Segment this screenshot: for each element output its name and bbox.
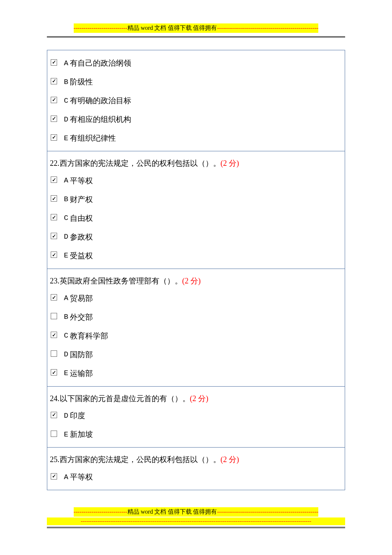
banner-text-mid: 文档 值得下载 值得拥有	[154, 25, 217, 31]
option-row: D国防部	[50, 345, 342, 364]
question-header: 22.西方国家的宪法规定，公民的权利包括以（）。(2 分)	[50, 155, 342, 171]
question-number: 25.	[50, 455, 60, 464]
question-text: 西方国家的宪法规定，公民的权利包括以（）。	[60, 159, 221, 168]
checkbox[interactable]	[51, 332, 57, 338]
question-cell: A有自己的政治纲领B阶级性C有明确的政治目标D有相应的组织机构E有组织纪律性	[47, 50, 345, 151]
header-rule	[47, 36, 345, 38]
question-header: 23.英国政府全国性政务管理部有（）。(2 分)	[50, 272, 342, 289]
question-cell: 22.西方国家的宪法规定，公民的权利包括以（）。(2 分)A平等权B财产权C自由…	[47, 151, 345, 269]
banner-text-word: word	[139, 25, 155, 31]
banner-text-pre: 精品	[127, 25, 139, 31]
footer-dashes-before: ---------------------------	[74, 509, 127, 515]
banner-dashes-after: ----------------------------------------…	[217, 25, 318, 31]
question-points: (2 分)	[190, 394, 209, 403]
checkbox[interactable]	[51, 134, 57, 141]
footer-text-pre: 精品	[127, 509, 139, 515]
checkbox[interactable]	[51, 233, 57, 239]
option-letter: C	[64, 97, 68, 105]
option-label: 平等权	[70, 472, 93, 482]
option-row: A平等权	[50, 468, 342, 486]
option-label: 贸易部	[70, 293, 93, 304]
option-row: E有组织纪律性	[50, 129, 342, 147]
checkbox[interactable]	[51, 294, 57, 301]
footer-text-word: word	[139, 509, 155, 515]
option-label: 有相应的组织机构	[70, 114, 131, 124]
option-row: D印度	[50, 406, 342, 425]
checkbox[interactable]	[51, 214, 57, 220]
checkbox[interactable]	[51, 97, 57, 103]
question-number: 24.	[50, 394, 60, 403]
option-row: D有相应的组织机构	[50, 110, 342, 129]
footer-dashes-after: ----------------------------------------…	[217, 509, 318, 515]
option-row: B外交部	[50, 308, 342, 327]
banner-dashes-before: ---------------------------	[74, 25, 127, 31]
option-label: 受益权	[70, 251, 93, 261]
question-text: 以下国家的元首是虚位元首的有（）。	[60, 394, 190, 403]
option-letter: D	[64, 350, 68, 358]
option-row: A有自己的政治纲领	[50, 54, 342, 72]
option-row: C自由权	[50, 209, 342, 228]
option-label: 运输部	[70, 368, 93, 379]
question-table: A有自己的政治纲领B阶级性C有明确的政治目标D有相应的组织机构E有组织纪律性22…	[47, 50, 345, 490]
option-letter: B	[64, 195, 68, 203]
option-letter: E	[64, 369, 68, 377]
option-row: A平等权	[50, 171, 342, 190]
checkbox[interactable]	[51, 473, 57, 480]
checkbox[interactable]	[51, 176, 57, 183]
option-letter: B	[64, 313, 68, 321]
question-text: 西方国家的宪法规定，公民的权利包括以（）。	[60, 455, 221, 464]
option-label: 平等权	[70, 176, 93, 186]
option-letter: C	[64, 214, 68, 222]
checkbox[interactable]	[51, 412, 57, 418]
option-label: 有明确的政治目标	[70, 95, 131, 106]
option-row: E新加坡	[50, 425, 342, 444]
footer-banner: ---------------------------精品 word 文档 值得…	[47, 507, 345, 525]
question-cell: 25.西方国家的宪法规定，公民的权利包括以（）。(2 分)A平等权	[47, 448, 345, 490]
checkbox[interactable]	[51, 116, 57, 122]
option-letter: C	[64, 332, 68, 340]
option-label: 国防部	[70, 350, 93, 360]
option-letter: A	[64, 294, 68, 302]
option-label: 外交部	[70, 312, 93, 322]
checkbox[interactable]	[51, 350, 57, 357]
option-row: D参政权	[50, 228, 342, 246]
option-letter: D	[64, 233, 68, 241]
option-label: 有自己的政治纲领	[70, 58, 131, 68]
option-row: A贸易部	[50, 289, 342, 308]
option-letter: A	[64, 59, 68, 67]
question-number: 23.	[50, 277, 60, 285]
option-row: E运输部	[50, 364, 342, 383]
checkbox[interactable]	[51, 369, 57, 376]
question-number: 22.	[50, 159, 60, 168]
question-cell: 24.以下国家的元首是虚位元首的有（）。(2 分)D印度E新加坡	[47, 386, 345, 448]
option-letter: E	[64, 431, 68, 439]
option-letter: D	[64, 412, 68, 420]
question-points: (2 分)	[182, 277, 201, 285]
checkbox[interactable]	[51, 59, 57, 66]
option-label: 阶级性	[70, 77, 93, 87]
option-letter: E	[64, 251, 68, 260]
checkbox[interactable]	[51, 195, 57, 202]
header-banner: ---------------------------精品 word 文档 值得…	[47, 23, 345, 33]
option-row: B财产权	[50, 190, 342, 209]
question-points: (2 分)	[221, 159, 239, 168]
option-label: 财产权	[70, 194, 93, 205]
checkbox[interactable]	[51, 313, 57, 319]
option-label: 参政权	[70, 232, 93, 242]
footer-rule	[47, 527, 345, 529]
option-row: E受益权	[50, 246, 342, 265]
question-header: 24.以下国家的元首是虚位元首的有（）。(2 分)	[50, 390, 342, 407]
content: A有自己的政治纲领B阶级性C有明确的政治目标D有相应的组织机构E有组织纪律性22…	[47, 50, 345, 490]
option-row: B阶级性	[50, 72, 342, 91]
question-header: 25.西方国家的宪法规定，公民的权利包括以（）。(2 分)	[50, 451, 342, 468]
footer-line2: ----------------------------------------…	[47, 517, 345, 525]
checkbox[interactable]	[51, 78, 57, 84]
checkbox[interactable]	[51, 251, 57, 258]
option-row: C教育科学部	[50, 327, 342, 345]
question-text: 英国政府全国性政务管理部有（）。	[60, 277, 182, 285]
checkbox[interactable]	[51, 431, 57, 437]
option-label: 教育科学部	[70, 331, 108, 341]
option-letter: A	[64, 176, 68, 185]
option-letter: B	[64, 78, 68, 86]
option-row: C有明确的政治目标	[50, 91, 342, 110]
